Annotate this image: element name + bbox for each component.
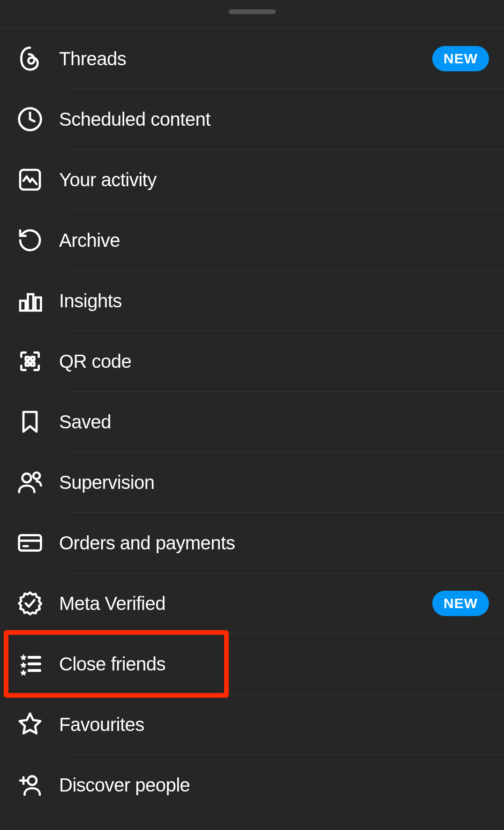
svg-point-12 [28, 776, 37, 785]
activity-icon [15, 165, 45, 195]
star-icon [15, 709, 45, 739]
menu-label: Meta Verified [59, 593, 432, 614]
menu-item-activity[interactable]: Your activity [0, 150, 504, 210]
menu-label: Orders and payments [59, 533, 489, 554]
menu-label: Threads [59, 48, 432, 69]
menu-item-scheduled[interactable]: Scheduled content [0, 89, 504, 149]
menu-item-discover[interactable]: Discover people [0, 755, 504, 815]
svg-rect-4 [36, 297, 41, 311]
menu-item-threads[interactable]: Threads NEW [0, 29, 504, 89]
menu-label: Saved [59, 411, 489, 433]
menu-item-orders[interactable]: Orders and payments [0, 513, 504, 573]
adduser-icon [15, 770, 45, 800]
menu-label: Favourites [59, 714, 489, 735]
drag-handle[interactable] [229, 9, 276, 14]
supervision-icon [15, 467, 45, 497]
menu-item-favourites[interactable]: Favourites [0, 694, 504, 754]
menu-item-verified[interactable]: Meta Verified NEW [0, 573, 504, 633]
menu-label: Scheduled content [59, 109, 489, 130]
menu-item-closefriends[interactable]: Close friends [0, 634, 504, 694]
svg-point-9 [23, 473, 31, 482]
menu-item-qrcode[interactable]: QR code [0, 331, 504, 391]
bookmark-icon [15, 407, 45, 437]
settings-sheet: Threads NEW Scheduled content Your activ… [0, 9, 504, 830]
threads-icon [15, 44, 45, 74]
menu-item-archive[interactable]: Archive [0, 210, 504, 270]
svg-rect-6 [31, 357, 34, 360]
clock-icon [15, 104, 45, 134]
svg-rect-7 [26, 362, 29, 366]
archive-icon [15, 225, 45, 255]
new-badge: NEW [432, 591, 489, 616]
menu-label: Supervision [59, 472, 489, 493]
menu-label: Insights [59, 290, 489, 312]
closefriends-icon [15, 649, 45, 679]
svg-rect-3 [28, 294, 33, 311]
menu-label: Your activity [59, 169, 489, 190]
card-icon [15, 528, 45, 558]
verified-icon [15, 588, 45, 618]
menu-item-insights[interactable]: Insights [0, 271, 504, 331]
svg-rect-5 [26, 357, 29, 360]
svg-rect-11 [19, 535, 41, 551]
menu-label: Archive [59, 230, 489, 251]
svg-rect-2 [20, 301, 26, 311]
menu-item-supervision[interactable]: Supervision [0, 452, 504, 512]
menu-item-saved[interactable]: Saved [0, 392, 504, 452]
new-badge: NEW [432, 46, 489, 71]
svg-point-10 [33, 472, 40, 479]
menu-label: QR code [59, 351, 489, 372]
qr-icon [15, 346, 45, 376]
insights-icon [15, 286, 45, 316]
svg-rect-8 [31, 362, 34, 366]
menu-label: Discover people [59, 775, 489, 796]
menu-label: Close friends [59, 654, 489, 675]
